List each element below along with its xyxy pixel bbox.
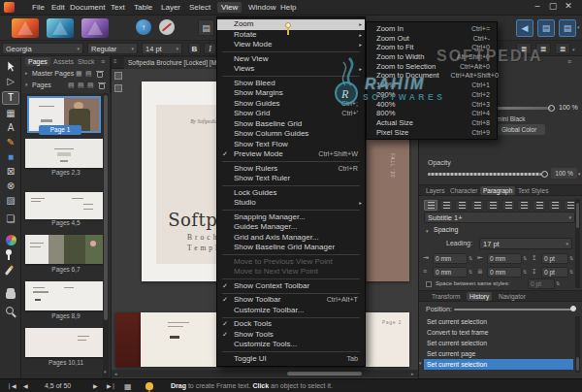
history-item-0[interactable]: Set current selection bbox=[424, 316, 573, 327]
paragraph-scrollbar[interactable] bbox=[575, 199, 580, 288]
font-family-combo[interactable]: Georgia▾ bbox=[2, 43, 83, 54]
scrollbar-thumb[interactable] bbox=[104, 95, 108, 320]
space-after-field[interactable]: 0 pt bbox=[541, 267, 568, 278]
menu-item-show-grid[interactable]: Show GridCtrl+' bbox=[217, 109, 365, 119]
menu-help[interactable]: Help bbox=[276, 2, 300, 13]
scrollbar-thumb[interactable] bbox=[576, 357, 579, 371]
opacity-slider-knob[interactable] bbox=[541, 171, 548, 178]
thumbnail-pages-2-3[interactable] bbox=[25, 139, 103, 168]
crop-tool[interactable]: ❏ bbox=[0, 213, 21, 225]
last-spread-button[interactable]: ▶❘ bbox=[107, 382, 116, 389]
flip-pages-button[interactable]: ◀ bbox=[516, 19, 534, 37]
publisher-persona-icon[interactable] bbox=[12, 18, 39, 38]
submenu-item-pixel-size[interactable]: Pixel SizeCtrl+9 bbox=[367, 128, 497, 138]
thumbnail-pages-6-7[interactable] bbox=[25, 235, 103, 264]
menu-item-show-context-toolbar[interactable]: ✓Show Context Toolbar bbox=[217, 281, 365, 292]
history-item-2[interactable]: Set current selection bbox=[424, 338, 573, 348]
submenu-item-800[interactable]: 800%Ctrl+4 bbox=[367, 109, 497, 118]
space-before-field[interactable]: 0 pt bbox=[541, 253, 568, 264]
justify-left-button[interactable] bbox=[470, 200, 484, 211]
menu-text[interactable]: Text bbox=[107, 2, 129, 13]
trash-icon[interactable] bbox=[97, 72, 103, 78]
history-position-knob[interactable] bbox=[570, 306, 576, 311]
view-menu-icon[interactable]: ≡ bbox=[113, 58, 117, 64]
master-icon-1[interactable]: ▦ bbox=[76, 70, 82, 78]
place-image-tool[interactable]: ▨ bbox=[0, 195, 21, 207]
align-center-button[interactable] bbox=[439, 200, 453, 211]
hand-tool[interactable] bbox=[6, 291, 16, 299]
swatch-slider-knob[interactable] bbox=[548, 105, 555, 112]
notification-bell-icon[interactable] bbox=[146, 382, 153, 390]
panel-menu-icon[interactable]: ≡ bbox=[567, 58, 571, 65]
tab-character[interactable]: Character bbox=[447, 186, 481, 195]
font-size-combo[interactable]: 14 pt▾ bbox=[142, 43, 182, 54]
history-item-4-selected[interactable]: Set current selection bbox=[424, 359, 573, 370]
stepper-icon[interactable]: ⇅ bbox=[569, 255, 573, 261]
pages-section[interactable]: ▾ Pages ▤ ▤ ▤ bbox=[21, 81, 111, 92]
spread-grid-button[interactable]: ▦ bbox=[124, 382, 132, 391]
picture-frame-tool[interactable]: ⊠ bbox=[0, 166, 21, 178]
menu-item-show-tools[interactable]: ✓Show Tools bbox=[217, 330, 365, 341]
pen-tool[interactable]: ✎ bbox=[0, 137, 21, 148]
first-spread-button[interactable]: ❘◀ bbox=[7, 382, 16, 389]
tab-transform[interactable]: Transform bbox=[429, 292, 463, 301]
ellipse-frame-tool[interactable]: ⊗ bbox=[0, 180, 21, 192]
menu-item-rotate[interactable]: Rotate▸ bbox=[217, 30, 365, 41]
menu-select[interactable]: Select bbox=[185, 2, 214, 13]
italic-button[interactable]: I bbox=[204, 43, 216, 54]
insert-page-before-button[interactable]: ▤ bbox=[537, 19, 555, 37]
stepper-icon[interactable]: ⇅ bbox=[523, 255, 527, 261]
pages-icon-1[interactable]: ▤ bbox=[68, 82, 75, 89]
tab-layers[interactable]: Layers bbox=[423, 186, 448, 195]
maximize-button[interactable]: ▢ bbox=[546, 1, 560, 11]
thumbnail-pages-10-11[interactable] bbox=[25, 328, 103, 357]
toolbar-overflow-arrow[interactable]: ▾ bbox=[577, 24, 580, 30]
font-style-combo[interactable]: Regular▾ bbox=[87, 43, 138, 54]
table-tool[interactable]: ▦ bbox=[0, 108, 21, 119]
stepper-icon[interactable]: ⇅ bbox=[469, 255, 472, 261]
rectangle-tool[interactable]: ■ bbox=[0, 151, 21, 163]
same-styles-checkbox[interactable] bbox=[426, 281, 432, 287]
paragraph-style-combo[interactable]: Subtitle 1+▾ bbox=[424, 212, 575, 223]
menu-item-studio[interactable]: Studio▸ bbox=[217, 198, 365, 209]
menu-item-customize-toolbar[interactable]: Customize Toolbar... bbox=[217, 306, 365, 316]
tab-paragraph[interactable]: Paragraph bbox=[480, 186, 515, 195]
thumbnail-pages-8-9[interactable] bbox=[25, 281, 103, 310]
vector-flood-tool[interactable] bbox=[6, 249, 12, 260]
opacity-value-chip[interactable]: 100 % bbox=[551, 168, 577, 179]
move-tool[interactable] bbox=[6, 61, 16, 73]
menu-window[interactable]: Window bbox=[244, 2, 279, 13]
add-page-button[interactable]: ▤ bbox=[198, 19, 214, 36]
menu-item-view-mode[interactable]: View Mode▸ bbox=[217, 40, 365, 50]
global-color-chip[interactable]: Global Color bbox=[493, 124, 545, 135]
previous-spread-button[interactable]: ◀ bbox=[23, 382, 28, 389]
tab-assets[interactable]: Assets bbox=[50, 57, 77, 66]
share-upload-icon[interactable]: ↑ bbox=[136, 19, 151, 35]
pages-icon-2[interactable]: ▤ bbox=[78, 82, 84, 89]
tab-pages[interactable]: Pages bbox=[25, 57, 50, 66]
close-button[interactable]: ✕ bbox=[562, 1, 575, 11]
menu-layer[interactable]: Layer bbox=[157, 2, 184, 13]
view-flyout-2[interactable] bbox=[114, 84, 122, 92]
page-indicator[interactable]: 4,5 of 50 bbox=[45, 382, 71, 389]
left-indent-field[interactable]: 0 mm bbox=[433, 267, 468, 278]
align-left-button[interactable] bbox=[424, 200, 437, 211]
menu-item-show-rulers[interactable]: Show RulersCtrl+R bbox=[217, 164, 365, 175]
tab-text-styles[interactable]: Text Styles bbox=[515, 186, 551, 195]
justify-center-button[interactable] bbox=[486, 200, 500, 211]
master-icon-2[interactable]: ▤ bbox=[85, 70, 92, 78]
pages-icon-3[interactable]: ▤ bbox=[87, 82, 94, 89]
menu-item-show-baseline-grid-manager[interactable]: Show Baseline Grid Manager bbox=[217, 243, 365, 253]
color-wheel-icon[interactable] bbox=[6, 235, 16, 245]
trash-icon[interactable] bbox=[99, 83, 105, 89]
page-2-maroon[interactable] bbox=[115, 312, 141, 367]
menu-item-lock-guides[interactable]: Lock Guides bbox=[217, 188, 365, 199]
justify-all-button[interactable] bbox=[517, 200, 531, 211]
menu-item-snapping-manager[interactable]: Snapping Manager... bbox=[217, 212, 365, 223]
thumbnail-pages-4-5[interactable] bbox=[25, 192, 103, 219]
stepper-icon[interactable]: ⇅ bbox=[523, 269, 527, 275]
spacing-section-label[interactable]: Spacing bbox=[434, 226, 458, 233]
horizontal-scrollbar[interactable]: ◂ ▸ bbox=[112, 370, 419, 377]
context-overflow-arrow[interactable]: ▾ bbox=[572, 47, 575, 52]
tab-navigator[interactable]: Navigator bbox=[496, 292, 529, 301]
